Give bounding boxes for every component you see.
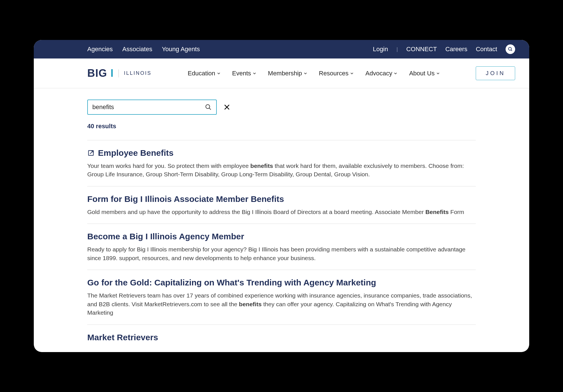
search-submit-icon[interactable] [205, 104, 212, 111]
divider: | [396, 46, 398, 52]
chevron-down-icon [350, 72, 354, 75]
nav-item-label: Membership [268, 70, 302, 77]
nav-item-label: Advocacy [365, 70, 392, 77]
result-title-link[interactable]: Go for the Gold: Capitalizing on What's … [87, 278, 476, 287]
logo-i: I [111, 67, 114, 79]
result-description: Your team works hard for you. So protect… [87, 162, 476, 179]
result-title-text: Employee Benefits [98, 148, 173, 158]
logo-big: BIG [87, 67, 107, 79]
nav-item-advocacy[interactable]: Advocacy [365, 70, 397, 77]
svg-line-1 [511, 50, 512, 51]
result-title-text: Form for Big I Illinois Associate Member… [87, 194, 284, 204]
nav-item-membership[interactable]: Membership [268, 70, 307, 77]
top-link-careers[interactable]: Careers [445, 46, 467, 53]
search-result: Market Retrievers [87, 325, 476, 352]
svg-line-3 [209, 108, 211, 110]
result-title-text: Go for the Gold: Capitalizing on What's … [87, 278, 376, 287]
chevron-down-icon [394, 72, 397, 75]
chevron-down-icon [436, 72, 440, 75]
logo-illinois: ILLINOIS [124, 70, 151, 76]
result-title-link[interactable]: Form for Big I Illinois Associate Member… [87, 194, 476, 204]
result-description: Ready to apply for Big I Illinois member… [87, 245, 476, 262]
logo-separator [119, 69, 119, 77]
utility-bar: Agencies Associates Young Agents Login |… [34, 40, 529, 58]
top-link-login[interactable]: Login [373, 46, 388, 53]
main-nav-bar: BIG I ILLINOIS EducationEventsMembership… [34, 58, 529, 88]
top-link-agencies[interactable]: Agencies [87, 46, 113, 53]
chevron-down-icon [217, 72, 220, 75]
search-input[interactable] [92, 103, 205, 111]
main-nav: EducationEventsMembershipResourcesAdvoca… [188, 70, 440, 77]
chevron-down-icon [304, 72, 307, 75]
search-result: Employee BenefitsYour team works hard fo… [87, 140, 476, 186]
nav-item-education[interactable]: Education [188, 70, 220, 77]
content-area: 40 results Employee BenefitsYour team wo… [34, 88, 529, 352]
top-link-connect[interactable]: CONNECT [406, 46, 437, 53]
svg-point-0 [508, 47, 511, 50]
chevron-down-icon [253, 72, 256, 75]
nav-item-about-us[interactable]: About Us [409, 70, 440, 77]
utility-left: Agencies Associates Young Agents [87, 46, 200, 53]
search-result: Become a Big I Illinois Agency MemberRea… [87, 224, 476, 270]
nav-item-label: Resources [319, 70, 348, 77]
result-description: The Market Retrievers team has over 17 y… [87, 291, 476, 317]
search-box[interactable] [87, 100, 217, 115]
top-link-young-agents[interactable]: Young Agents [162, 46, 200, 53]
nav-item-label: About Us [409, 70, 435, 77]
browser-window: Agencies Associates Young Agents Login |… [34, 40, 529, 352]
search-result: Form for Big I Illinois Associate Member… [87, 186, 476, 224]
svg-line-7 [90, 151, 93, 154]
external-link-icon [87, 149, 95, 157]
result-title-link[interactable]: Employee Benefits [87, 148, 476, 158]
top-link-associates[interactable]: Associates [122, 46, 152, 53]
result-title-text: Market Retrievers [87, 333, 158, 342]
result-title-link[interactable]: Become a Big I Illinois Agency Member [87, 232, 476, 241]
nav-item-resources[interactable]: Resources [319, 70, 354, 77]
search-result: Go for the Gold: Capitalizing on What's … [87, 270, 476, 324]
result-title-text: Become a Big I Illinois Agency Member [87, 232, 244, 241]
result-description: Gold members and up have the opportunity… [87, 208, 476, 216]
utility-right: Login | CONNECT Careers Contact [373, 44, 515, 54]
nav-item-label: Education [188, 70, 215, 77]
svg-point-2 [206, 105, 210, 109]
header-search-button[interactable] [506, 44, 515, 54]
search-icon [508, 47, 513, 52]
nav-item-label: Events [232, 70, 251, 77]
results-count: 40 results [87, 123, 476, 130]
search-row [87, 100, 476, 115]
close-icon[interactable] [224, 104, 230, 111]
top-link-contact[interactable]: Contact [476, 46, 497, 53]
logo[interactable]: BIG I ILLINOIS [87, 67, 151, 79]
join-button[interactable]: JOIN [476, 66, 515, 80]
results-list: Employee BenefitsYour team works hard fo… [87, 140, 476, 352]
result-title-link[interactable]: Market Retrievers [87, 333, 476, 342]
nav-item-events[interactable]: Events [232, 70, 256, 77]
